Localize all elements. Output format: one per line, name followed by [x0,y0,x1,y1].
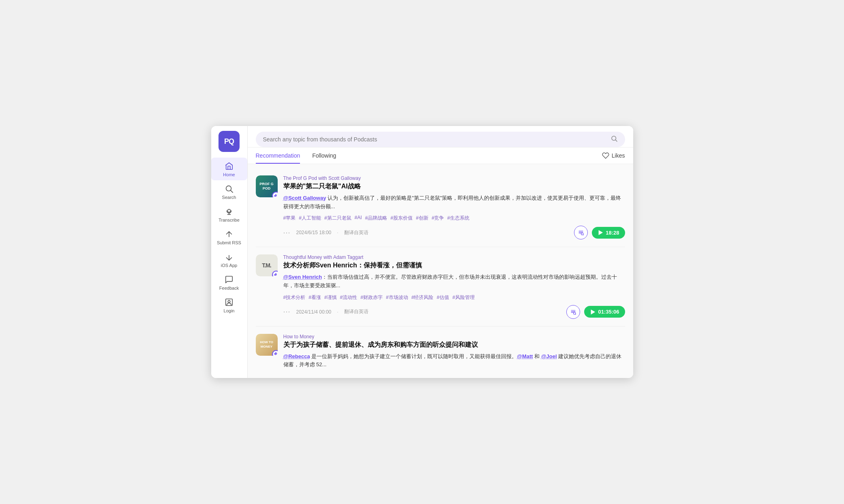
feed-item-1: PROF G POD The Prof G Pod with Scott Gal… [256,168,625,247]
mention-sven[interactable]: @Sven Henrich [283,274,322,280]
tag-t7[interactable]: #估值 [437,294,449,301]
search-submit-icon[interactable] [611,135,618,144]
podcast-thumb-1: PROF G POD [256,175,278,197]
summary-text-3a: 是一位新手妈妈，她想为孩子建立一个储蓄计划，既可以随时取用，又能获得最佳回报。 [310,353,517,359]
play-icon-1 [598,230,603,235]
more-button-2[interactable]: ··· [283,308,291,316]
feed-item-2: T.M. Thoughtful Money with Adam Taggart … [256,247,625,326]
sidebar: PQ Home Search Transcribe Submit RSS iOS… [211,126,248,378]
sidebar-item-ios-app[interactable]: iOS App [211,248,247,271]
tag-3[interactable]: #AI [355,215,362,222]
login-icon [225,298,233,307]
meta-translate-1: 翻译自英语 [344,229,368,236]
transcribe-icon [225,207,233,216]
play-button-2[interactable]: 01:35:06 [584,306,625,318]
transcript-button-2[interactable] [566,305,580,319]
feed-content-3: How to Money 关于为孩子储蓄、提前退休、成为房东和购车方面的听众提问… [283,334,625,373]
logo-text: PQ [224,137,234,146]
more-button-1[interactable]: ··· [283,229,291,237]
tag-5[interactable]: #股东价值 [390,215,413,222]
podcast-thumb-2: T.M. [256,254,278,276]
meta-row-1: ··· 2024/6/15 18:00 · 翻译自英语 18:28 [283,226,625,239]
tag-t4[interactable]: #财政赤字 [360,294,383,301]
tag-2[interactable]: #第二只老鼠 [324,215,351,222]
tag-t8[interactable]: #风险管理 [452,294,475,301]
sidebar-item-feedback[interactable]: Feedback [211,271,247,294]
svg-point-9 [581,233,583,235]
search-input-container [256,132,625,147]
tag-4[interactable]: #品牌战略 [365,215,388,222]
meta-actions-2: 01:35:06 [566,305,625,319]
episode-title-1: 苹果的"第二只老鼠"AI战略 [283,182,625,191]
sidebar-item-login-label: Login [224,308,235,313]
episode-summary-2: @Sven Henrich：当前市场估值过高，并不便宜。尽管政府财政赤字巨大，但… [283,273,625,290]
tabs-row: Recommendation Following Likes [248,147,633,164]
transcript-button-1[interactable] [574,226,588,239]
feed-content-2: Thoughtful Money with Adam Taggart 技术分析师… [283,254,625,318]
tag-0[interactable]: #苹果 [283,215,296,222]
podcast-name-1[interactable]: The Prof G Pod with Scott Galloway [283,175,625,181]
svg-line-1 [231,190,233,192]
svg-line-15 [576,314,576,314]
feed-content-1: The Prof G Pod with Scott Galloway 苹果的"第… [283,175,625,239]
sidebar-item-submit-rss-label: Submit RSS [217,240,241,245]
transcript-icon-2 [570,309,576,315]
svg-marker-11 [599,230,603,235]
search-input[interactable] [263,136,606,143]
mention-rebecca[interactable]: @Rebecca [283,353,310,359]
feedback-icon [225,275,233,284]
tag-t2[interactable]: #谨慎 [324,294,337,301]
play-button-1[interactable]: 18:28 [592,227,625,239]
tags-row-2: #技术分析 #看涨 #谨慎 #流动性 #财政赤字 #市场波动 #经济风险 #估值… [283,294,625,301]
svg-point-2 [227,209,230,212]
mention-scott[interactable]: @Scott Galloway [283,195,326,201]
tag-t5[interactable]: #市场波动 [386,294,408,301]
search-nav-icon [225,184,233,193]
svg-point-5 [612,136,616,141]
summary-text-2: ：当前市场估值过高，并不便宜。尽管政府财政赤字巨大，但市场并未出现衰退，这表明流… [283,274,617,288]
home-icon [225,162,233,171]
heart-icon [602,152,609,159]
episode-title-2: 技术分析师Sven Henrich：保持看涨，但需谨慎 [283,261,625,270]
play-icon-2 [590,309,596,315]
meta-translate-2: 翻译自英语 [344,308,368,315]
likes-label: Likes [612,152,625,159]
tag-6[interactable]: #创新 [416,215,428,222]
tag-1[interactable]: #人工智能 [299,215,321,222]
tag-8[interactable]: #生态系统 [447,215,469,222]
tab-recommendation[interactable]: Recommendation [256,147,300,164]
app-logo[interactable]: PQ [218,131,240,152]
podcast-name-3[interactable]: How to Money [283,334,625,340]
tag-t0[interactable]: #技术分析 [283,294,306,301]
submit-rss-icon [225,230,233,239]
svg-point-4 [228,300,230,303]
sidebar-item-home[interactable]: Home [211,158,247,180]
likes-button[interactable]: Likes [602,152,625,159]
tag-t6[interactable]: #经济风险 [411,294,434,301]
tags-row-1: #苹果 #人工智能 #第二只老鼠 #AI #品牌战略 #股东价值 #创新 #竞争… [283,215,625,222]
svg-line-10 [583,235,584,235]
mention-matt[interactable]: @Matt [517,353,533,359]
podcast-thumb-3: HOW TO MONEY [256,334,278,356]
sidebar-item-search[interactable]: Search [211,180,247,203]
meta-date-1: 2024/6/15 18:00 [296,230,332,235]
tab-following[interactable]: Following [312,147,336,164]
sidebar-item-submit-rss[interactable]: Submit RSS [211,226,247,248]
duration-1: 18:28 [606,230,619,236]
sidebar-item-search-label: Search [222,195,236,200]
meta-date-2: 2024/11/4 00:00 [296,309,332,315]
mention-joel[interactable]: @Joel [541,353,557,359]
svg-marker-16 [591,310,596,314]
sidebar-item-transcribe-label: Transcribe [218,218,240,222]
feed-item-3: HOW TO MONEY How to Money 关于为孩子储蓄、提前退休、成… [256,327,625,378]
sidebar-item-feedback-label: Feedback [219,286,239,290]
tag-t3[interactable]: #流动性 [340,294,358,301]
add-podcast-2-button[interactable] [272,271,278,276]
sidebar-item-login[interactable]: Login [211,294,247,316]
tag-7[interactable]: #竞争 [432,215,444,222]
svg-point-14 [574,312,576,314]
sidebar-item-ios-app-label: iOS App [221,263,237,268]
sidebar-item-transcribe[interactable]: Transcribe [211,203,247,226]
tag-t1[interactable]: #看涨 [308,294,321,301]
podcast-name-2[interactable]: Thoughtful Money with Adam Taggart [283,254,625,260]
